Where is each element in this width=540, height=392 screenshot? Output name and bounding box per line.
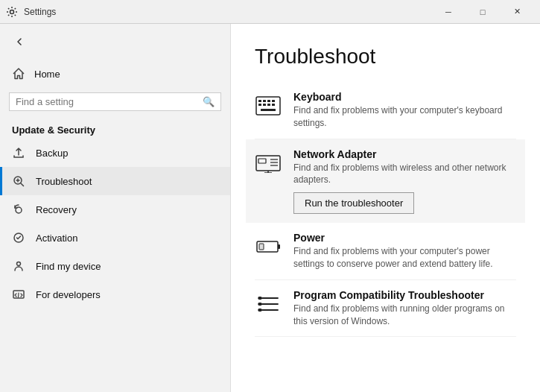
svg-rect-15 [261,109,276,111]
network-text: Network Adapter Find and fix problems wi… [293,148,516,215]
power-text: Power Find and fix problems with your co… [293,232,516,271]
keyboard-desc: Find and fix problems with your computer… [293,104,516,130]
page-title: Troubleshoot [255,45,516,69]
sidebar-item-backup[interactable]: Backup [0,139,230,167]
svg-rect-17 [258,159,266,163]
for-developers-icon [12,288,25,301]
back-button[interactable] [9,31,30,52]
sidebar-item-find-my-device[interactable]: Find my device [0,252,230,280]
find-my-device-icon [12,259,25,273]
sidebar-nav-top [0,24,230,60]
search-box[interactable]: 🔍 [9,92,221,111]
svg-point-4 [17,262,21,266]
troubleshoot-icon [12,174,25,188]
home-icon [12,67,25,80]
svg-rect-8 [263,100,266,102]
svg-rect-7 [258,100,261,102]
backup-label: Backup [36,148,68,159]
backup-icon [12,146,25,159]
minimize-button[interactable]: ─ [431,0,466,24]
svg-rect-31 [258,309,261,312]
keyboard-icon [255,92,282,119]
sidebar: Home 🔍 Update & Security Backup [0,24,231,392]
sidebar-item-activation[interactable]: Activation [0,224,230,252]
window-title: Settings [24,7,431,17]
svg-rect-9 [267,100,270,102]
search-icon: 🔍 [203,96,215,107]
svg-rect-24 [278,244,280,249]
sidebar-item-home[interactable]: Home [0,60,230,88]
maximize-button[interactable]: □ [466,0,500,24]
troubleshoot-compat: Program Compatibility Troubleshooter Fin… [255,280,516,338]
compat-desc: Find and fix problems with running older… [293,303,516,328]
network-title: Network Adapter [293,148,516,160]
troubleshoot-power: Power Find and fix problems with your co… [255,223,516,280]
network-desc: Find and fix problems with wireless and … [293,162,516,187]
sidebar-item-for-developers[interactable]: For developers [0,280,230,309]
troubleshoot-keyboard: Keyboard Find and fix problems with your… [255,82,516,139]
svg-rect-25 [259,244,264,250]
svg-point-0 [10,10,14,13]
sidebar-item-troubleshoot[interactable]: Troubleshoot [0,167,230,195]
close-button[interactable]: ✕ [500,0,534,24]
find-my-device-label: Find my device [36,261,101,272]
power-title: Power [293,232,516,244]
network-icon [255,150,282,177]
svg-rect-12 [263,104,266,106]
sidebar-item-recovery[interactable]: Recovery [0,195,230,224]
search-input[interactable] [16,96,198,107]
svg-rect-10 [272,100,275,102]
settings-icon [6,6,18,18]
run-troubleshooter-button[interactable]: Run the troubleshooter [293,192,414,214]
section-title: Update & Security [0,118,230,139]
svg-point-2 [16,207,22,213]
svg-rect-11 [258,104,261,106]
power-desc: Find and fix problems with your computer… [293,245,516,271]
activation-label: Activation [36,233,77,244]
window-controls: ─ □ ✕ [431,0,534,24]
keyboard-title: Keyboard [293,91,516,103]
svg-rect-13 [267,104,270,106]
recovery-label: Recovery [36,204,77,215]
svg-rect-27 [258,297,261,300]
svg-rect-14 [272,104,275,106]
compat-icon [255,291,282,317]
title-bar: Settings ─ □ ✕ [0,0,540,24]
compat-text: Program Compatibility Troubleshooter Fin… [293,289,516,328]
app-body: Home 🔍 Update & Security Backup [0,24,540,392]
for-developers-label: For developers [36,289,101,300]
power-icon [255,233,282,260]
main-content: Troubleshoot Keyboard Fi [231,24,540,392]
compat-title: Program Compatibility Troubleshooter [293,289,516,301]
svg-rect-29 [258,303,261,306]
home-label: Home [34,69,60,80]
recovery-icon [12,203,25,216]
troubleshoot-label: Troubleshoot [36,176,92,187]
troubleshoot-network: Network Adapter Find and fix problems wi… [246,139,525,224]
keyboard-text: Keyboard Find and fix problems with your… [293,91,516,130]
activation-icon [12,231,25,244]
